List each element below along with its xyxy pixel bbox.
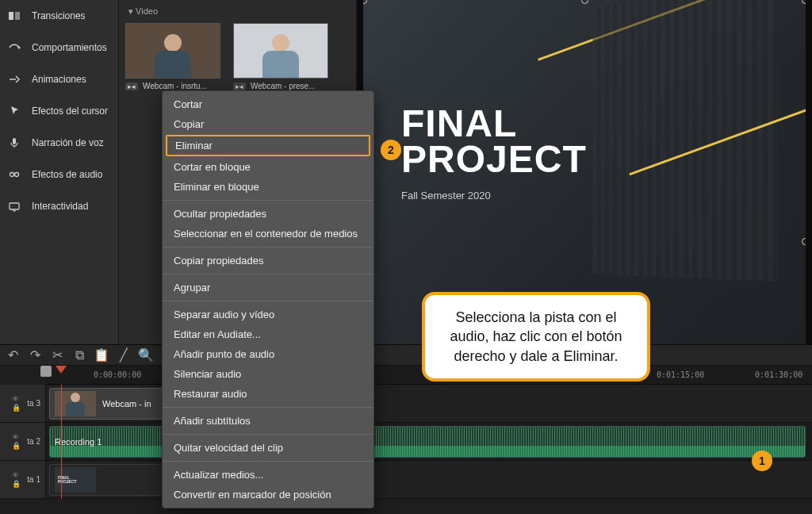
ctx-item-silenciar[interactable]: Silenciar audio [163, 364, 373, 384]
lock-icon[interactable]: 🔒 [12, 442, 21, 450]
audio-effects-icon [8, 168, 21, 181]
ctx-item-copiar-props[interactable]: Copiar propiedades [163, 251, 373, 270]
timeline-playhead[interactable] [56, 366, 67, 374]
ctx-separator [163, 407, 373, 408]
eye-icon[interactable]: 👁 [12, 471, 21, 479]
sidebar-item-animations[interactable]: Animaciones [0, 63, 118, 95]
timeline-inpoint[interactable] [40, 366, 52, 377]
media-bin-section-text: Video [136, 6, 158, 16]
svg-point-5 [15, 173, 19, 177]
ctx-item-separar-av[interactable]: Separar audio y vídeo [163, 305, 373, 324]
timeline: ↶ ↷ ✂ ⧉ 📋 ╱ 🔍 0:00:00:00 0:00:45;00 0:01… [0, 344, 812, 514]
redo-button[interactable]: ↷ [29, 349, 41, 362]
sidebar-item-cursor-effects[interactable]: Efectos del cursor [0, 95, 118, 127]
ctx-item-restaurar[interactable]: Restaurar audio [163, 384, 373, 404]
ruler-start: 0:00:00:00 [94, 370, 141, 379]
annotation-badge-2: 2 [381, 140, 401, 160]
zoom-button[interactable]: 🔍 [140, 349, 152, 362]
sidebar-item-transitions[interactable]: Transiciones [0, 0, 118, 32]
sidebar-item-label: Efectos del cursor [32, 105, 108, 117]
lock-icon[interactable]: 🔒 [12, 404, 21, 412]
sidebar-item-label: Transiciones [32, 10, 86, 21]
sidebar-item-label: Animaciones [32, 74, 86, 85]
resize-handle[interactable] [802, 0, 806, 4]
ctx-separator [163, 274, 373, 274]
media-clip-label: Webcam - prese... [251, 82, 316, 90]
timeline-tracks: 👁🔒 ta 3 Webcam - in 👁🔒 ta 2 Recording 1 … [0, 385, 812, 499]
voice-narration-icon [8, 136, 21, 149]
ctx-item-seleccionar-medios[interactable]: Seleccionar en el contenedor de medios [163, 224, 373, 244]
track-name: ta 3 [27, 399, 40, 408]
sidebar-item-behaviors[interactable]: Comportamientos [0, 32, 118, 63]
track-name: ta 2 [27, 437, 40, 446]
ctx-item-editar-audiate[interactable]: Editar en Audiate... [163, 324, 373, 344]
timeline-clip-title[interactable]: FINALPROJECT [49, 464, 176, 496]
ctx-item-anadir-punto[interactable]: Añadir punto de audio [163, 344, 373, 364]
ctx-item-subtitulos[interactable]: Añadir subtítulos [163, 411, 373, 431]
context-menu: Cortar Copiar Eliminar Cortar en bloque … [162, 90, 374, 508]
ctx-item-ocultar-props[interactable]: Ocultar propiedades [163, 204, 373, 224]
clip-label: Webcam - in [102, 399, 151, 409]
ctx-item-cortar-bloque[interactable]: Cortar en bloque [163, 157, 373, 177]
media-clip-av-icon: ▸◂ [233, 82, 246, 90]
svg-rect-1 [15, 12, 20, 20]
lock-icon[interactable]: 🔒 [12, 480, 21, 488]
behaviors-icon [8, 41, 21, 54]
resize-handle[interactable] [802, 238, 806, 245]
media-clip[interactable]: ▸◂ Webcam - prese... [233, 23, 328, 90]
ctx-separator [163, 301, 373, 301]
transitions-icon [8, 10, 21, 22]
resize-handle[interactable] [363, 0, 367, 4]
ctx-item-eliminar-bloque[interactable]: Eliminar en bloque [163, 177, 373, 197]
svg-rect-0 [9, 12, 13, 20]
svg-rect-7 [13, 210, 16, 212]
animations-icon [8, 73, 21, 86]
timeline-track[interactable]: 👁🔒 ta 3 Webcam - in [0, 385, 812, 423]
sidebar-item-voice-narration[interactable]: Narración de voz [0, 127, 118, 159]
ctx-item-copiar[interactable]: Copiar [163, 114, 373, 134]
ctx-separator [163, 461, 373, 462]
track-header[interactable]: 👁🔒 ta 2 [0, 423, 46, 460]
cursor-effects-icon [8, 105, 21, 117]
svg-point-2 [18, 47, 21, 49]
ctx-separator [163, 247, 373, 247]
preview-subtitle: Fall Semester 2020 [401, 190, 587, 201]
paste-button[interactable]: 📋 [95, 349, 108, 362]
ctx-item-agrupar[interactable]: Agrupar [163, 278, 373, 297]
ctx-separator [163, 200, 373, 201]
ruler-mark: 0:01:30;00 [755, 370, 802, 379]
ctx-item-eliminar[interactable]: Eliminar [166, 135, 370, 156]
split-button[interactable]: ╱ [117, 349, 130, 362]
cut-button[interactable]: ✂ [51, 349, 63, 362]
sidebar-item-label: Comportamientos [32, 42, 107, 53]
sidebar-item-interactivity[interactable]: Interactividad [0, 190, 118, 222]
eye-icon[interactable]: 👁 [12, 395, 21, 403]
eye-icon[interactable]: 👁 [12, 433, 21, 441]
track-header[interactable]: 👁🔒 ta 3 [0, 385, 46, 422]
track-name: ta 1 [27, 475, 40, 484]
timeline-track[interactable]: 👁🔒 ta 2 Recording 1 [0, 423, 812, 461]
annotation-tooltip: Selecciona la pista con el audio, haz cl… [422, 292, 650, 382]
copy-button[interactable]: ⧉ [73, 349, 86, 362]
track-header[interactable]: 👁🔒 ta 1 [0, 461, 46, 498]
media-clip-label: Webcam - insrtu... [143, 82, 207, 90]
ctx-item-actualizar[interactable]: Actualizar medios... [163, 465, 373, 485]
ctx-separator [163, 434, 373, 435]
interactivity-icon [8, 200, 21, 213]
timeline-track[interactable]: 👁🔒 ta 1 FINALPROJECT [0, 461, 812, 499]
sidebar-item-label: Narración de voz [32, 137, 104, 148]
svg-rect-3 [13, 138, 16, 144]
media-clip[interactable]: ▸◂ Webcam - insrtu... [125, 23, 220, 90]
ctx-item-marcador[interactable]: Convertir en marcador de posición [163, 485, 373, 504]
undo-button[interactable]: ↶ [6, 349, 19, 362]
ctx-item-quitar-velocidad[interactable]: Quitar velocidad del clip [163, 438, 373, 458]
ctx-item-cortar[interactable]: Cortar [163, 94, 373, 114]
sidebar-item-audio-effects[interactable]: Efectos de audio [0, 159, 118, 190]
media-bin-section-label: ▾ Video [128, 6, 350, 17]
sidebar-item-label: Efectos de audio [32, 169, 102, 180]
timeline-clip-video[interactable]: Webcam - in [49, 388, 176, 420]
svg-rect-6 [10, 203, 19, 209]
resize-handle[interactable] [581, 0, 588, 4]
media-thumbnails: ▸◂ Webcam - insrtu... ▸◂ Webcam - prese.… [125, 23, 350, 90]
playhead-line[interactable] [61, 385, 62, 499]
